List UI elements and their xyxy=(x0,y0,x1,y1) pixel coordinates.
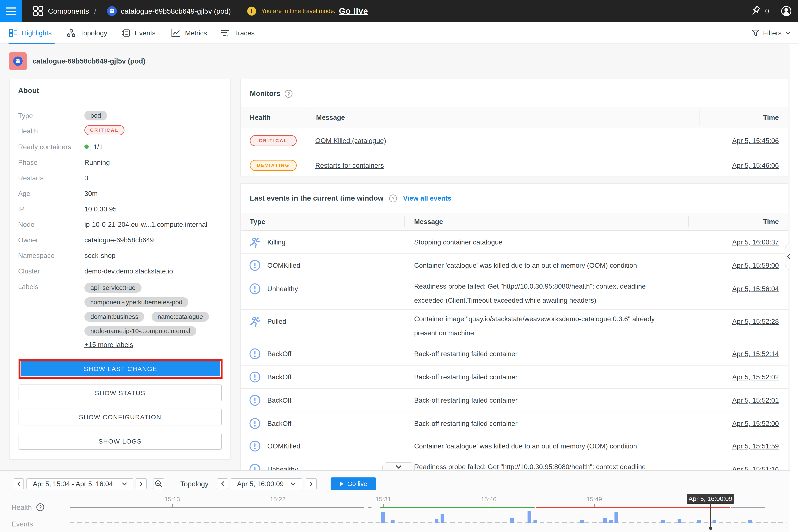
svg-text:?: ? xyxy=(39,505,42,510)
svg-text:?: ? xyxy=(392,196,394,201)
svg-text:?: ? xyxy=(287,91,290,97)
